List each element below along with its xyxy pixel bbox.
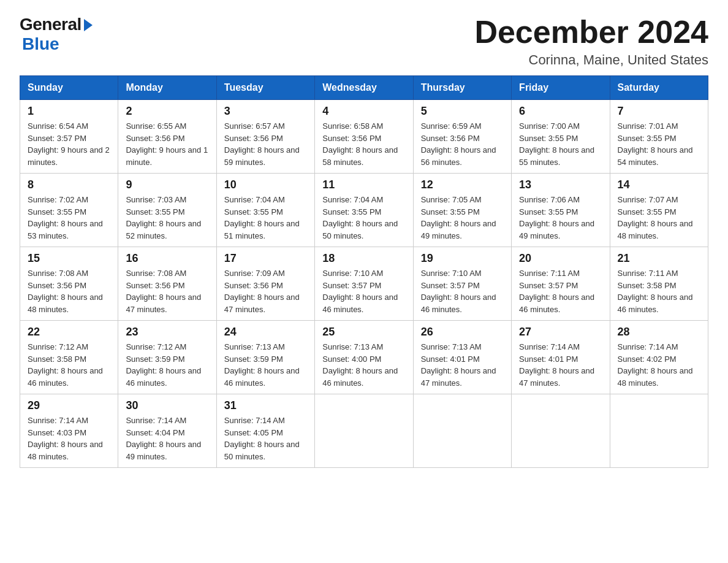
day-cell: 12 Sunrise: 7:05 AM Sunset: 3:55 PM Dayl… bbox=[413, 174, 511, 247]
day-number: 22 bbox=[28, 326, 110, 339]
day-info: Sunrise: 6:58 AM Sunset: 3:56 PM Dayligh… bbox=[322, 120, 405, 168]
day-number: 11 bbox=[322, 178, 405, 191]
day-cell: 5 Sunrise: 6:59 AM Sunset: 3:56 PM Dayli… bbox=[413, 100, 511, 174]
day-number: 28 bbox=[618, 326, 700, 339]
title-section: December 2024 Corinna, Maine, United Sta… bbox=[474, 15, 708, 68]
header-tuesday: Tuesday bbox=[216, 76, 314, 100]
day-info: Sunrise: 6:55 AM Sunset: 3:56 PM Dayligh… bbox=[126, 120, 208, 168]
day-number: 16 bbox=[126, 252, 208, 265]
calendar-title: December 2024 bbox=[474, 15, 708, 50]
day-number: 6 bbox=[519, 105, 602, 118]
day-info: Sunrise: 7:04 AM Sunset: 3:55 PM Dayligh… bbox=[224, 194, 307, 242]
day-number: 21 bbox=[618, 252, 700, 265]
day-info: Sunrise: 6:57 AM Sunset: 3:56 PM Dayligh… bbox=[224, 120, 307, 168]
day-info: Sunrise: 7:14 AM Sunset: 4:04 PM Dayligh… bbox=[126, 415, 208, 462]
week-row-3: 15 Sunrise: 7:08 AM Sunset: 3:56 PM Dayl… bbox=[20, 247, 708, 321]
day-cell: 2 Sunrise: 6:55 AM Sunset: 3:56 PM Dayli… bbox=[118, 100, 216, 174]
day-cell: 19 Sunrise: 7:10 AM Sunset: 3:57 PM Dayl… bbox=[413, 247, 511, 321]
header-monday: Monday bbox=[118, 76, 216, 100]
day-info: Sunrise: 7:11 AM Sunset: 3:57 PM Dayligh… bbox=[519, 267, 602, 315]
day-info: Sunrise: 7:11 AM Sunset: 3:58 PM Dayligh… bbox=[618, 267, 700, 315]
week-row-1: 1 Sunrise: 6:54 AM Sunset: 3:57 PM Dayli… bbox=[20, 100, 708, 174]
day-cell: 9 Sunrise: 7:03 AM Sunset: 3:55 PM Dayli… bbox=[118, 174, 216, 247]
day-info: Sunrise: 7:08 AM Sunset: 3:56 PM Dayligh… bbox=[126, 267, 208, 315]
day-info: Sunrise: 7:09 AM Sunset: 3:56 PM Dayligh… bbox=[224, 267, 307, 315]
day-cell bbox=[413, 394, 511, 468]
day-cell bbox=[610, 394, 708, 468]
logo-general-text: General bbox=[20, 15, 82, 34]
day-info: Sunrise: 7:02 AM Sunset: 3:55 PM Dayligh… bbox=[28, 194, 110, 242]
day-cell: 10 Sunrise: 7:04 AM Sunset: 3:55 PM Dayl… bbox=[216, 174, 314, 247]
day-number: 24 bbox=[224, 326, 307, 339]
day-cell: 24 Sunrise: 7:13 AM Sunset: 3:59 PM Dayl… bbox=[216, 321, 314, 394]
day-info: Sunrise: 7:06 AM Sunset: 3:55 PM Dayligh… bbox=[519, 194, 602, 242]
day-number: 18 bbox=[322, 252, 405, 265]
day-number: 19 bbox=[421, 252, 504, 265]
day-number: 2 bbox=[126, 105, 208, 118]
page-header: General Blue December 2024 Corinna, Main… bbox=[0, 0, 728, 75]
day-number: 13 bbox=[519, 178, 602, 191]
day-cell: 26 Sunrise: 7:13 AM Sunset: 4:01 PM Dayl… bbox=[413, 321, 511, 394]
day-number: 12 bbox=[421, 178, 504, 191]
header-saturday: Saturday bbox=[610, 76, 708, 100]
header-sunday: Sunday bbox=[20, 76, 118, 100]
week-row-2: 8 Sunrise: 7:02 AM Sunset: 3:55 PM Dayli… bbox=[20, 174, 708, 247]
day-number: 1 bbox=[28, 105, 110, 118]
day-number: 29 bbox=[28, 399, 110, 412]
day-number: 20 bbox=[519, 252, 602, 265]
day-cell: 4 Sunrise: 6:58 AM Sunset: 3:56 PM Dayli… bbox=[315, 100, 413, 174]
day-info: Sunrise: 7:13 AM Sunset: 3:59 PM Dayligh… bbox=[224, 341, 307, 389]
day-cell: 3 Sunrise: 6:57 AM Sunset: 3:56 PM Dayli… bbox=[216, 100, 314, 174]
day-cell: 21 Sunrise: 7:11 AM Sunset: 3:58 PM Dayl… bbox=[610, 247, 708, 321]
day-info: Sunrise: 7:10 AM Sunset: 3:57 PM Dayligh… bbox=[322, 267, 405, 315]
day-info: Sunrise: 7:12 AM Sunset: 3:58 PM Dayligh… bbox=[28, 341, 110, 389]
day-cell: 29 Sunrise: 7:14 AM Sunset: 4:03 PM Dayl… bbox=[20, 394, 118, 468]
day-number: 15 bbox=[28, 252, 110, 265]
day-number: 9 bbox=[126, 178, 208, 191]
header-wednesday: Wednesday bbox=[315, 76, 413, 100]
day-number: 8 bbox=[28, 178, 110, 191]
logo-triangle-icon bbox=[84, 19, 93, 31]
day-info: Sunrise: 6:54 AM Sunset: 3:57 PM Dayligh… bbox=[28, 120, 110, 168]
day-cell bbox=[315, 394, 413, 468]
day-cell: 7 Sunrise: 7:01 AM Sunset: 3:55 PM Dayli… bbox=[610, 100, 708, 174]
day-cell: 16 Sunrise: 7:08 AM Sunset: 3:56 PM Dayl… bbox=[118, 247, 216, 321]
day-cell: 27 Sunrise: 7:14 AM Sunset: 4:01 PM Dayl… bbox=[512, 321, 610, 394]
day-number: 30 bbox=[126, 399, 208, 412]
day-cell: 31 Sunrise: 7:14 AM Sunset: 4:05 PM Dayl… bbox=[216, 394, 314, 468]
week-row-5: 29 Sunrise: 7:14 AM Sunset: 4:03 PM Dayl… bbox=[20, 394, 708, 468]
day-cell: 6 Sunrise: 7:00 AM Sunset: 3:55 PM Dayli… bbox=[512, 100, 610, 174]
day-number: 3 bbox=[224, 105, 307, 118]
day-cell: 18 Sunrise: 7:10 AM Sunset: 3:57 PM Dayl… bbox=[315, 247, 413, 321]
day-number: 14 bbox=[618, 178, 700, 191]
day-number: 26 bbox=[421, 326, 504, 339]
day-cell bbox=[512, 394, 610, 468]
day-info: Sunrise: 7:10 AM Sunset: 3:57 PM Dayligh… bbox=[421, 267, 504, 315]
logo-blue-text: Blue bbox=[22, 34, 59, 54]
header-friday: Friday bbox=[512, 76, 610, 100]
day-cell: 23 Sunrise: 7:12 AM Sunset: 3:59 PM Dayl… bbox=[118, 321, 216, 394]
calendar-subtitle: Corinna, Maine, United States bbox=[474, 52, 708, 68]
day-cell: 17 Sunrise: 7:09 AM Sunset: 3:56 PM Dayl… bbox=[216, 247, 314, 321]
week-row-4: 22 Sunrise: 7:12 AM Sunset: 3:58 PM Dayl… bbox=[20, 321, 708, 394]
day-info: Sunrise: 7:13 AM Sunset: 4:00 PM Dayligh… bbox=[322, 341, 405, 389]
day-info: Sunrise: 7:07 AM Sunset: 3:55 PM Dayligh… bbox=[618, 194, 700, 242]
day-cell: 25 Sunrise: 7:13 AM Sunset: 4:00 PM Dayl… bbox=[315, 321, 413, 394]
day-info: Sunrise: 7:01 AM Sunset: 3:55 PM Dayligh… bbox=[618, 120, 700, 168]
day-number: 31 bbox=[224, 399, 307, 412]
day-cell: 20 Sunrise: 7:11 AM Sunset: 3:57 PM Dayl… bbox=[512, 247, 610, 321]
day-number: 7 bbox=[618, 105, 700, 118]
day-info: Sunrise: 7:04 AM Sunset: 3:55 PM Dayligh… bbox=[322, 194, 405, 242]
day-info: Sunrise: 7:05 AM Sunset: 3:55 PM Dayligh… bbox=[421, 194, 504, 242]
day-info: Sunrise: 7:12 AM Sunset: 3:59 PM Dayligh… bbox=[126, 341, 208, 389]
day-cell: 8 Sunrise: 7:02 AM Sunset: 3:55 PM Dayli… bbox=[20, 174, 118, 247]
day-cell: 11 Sunrise: 7:04 AM Sunset: 3:55 PM Dayl… bbox=[315, 174, 413, 247]
day-info: Sunrise: 7:14 AM Sunset: 4:03 PM Dayligh… bbox=[28, 415, 110, 462]
day-number: 23 bbox=[126, 326, 208, 339]
day-info: Sunrise: 7:13 AM Sunset: 4:01 PM Dayligh… bbox=[421, 341, 504, 389]
logo: General Blue bbox=[20, 15, 93, 54]
day-info: Sunrise: 7:14 AM Sunset: 4:01 PM Dayligh… bbox=[519, 341, 602, 389]
day-info: Sunrise: 7:14 AM Sunset: 4:05 PM Dayligh… bbox=[224, 415, 307, 462]
day-cell: 22 Sunrise: 7:12 AM Sunset: 3:58 PM Dayl… bbox=[20, 321, 118, 394]
day-number: 4 bbox=[322, 105, 405, 118]
